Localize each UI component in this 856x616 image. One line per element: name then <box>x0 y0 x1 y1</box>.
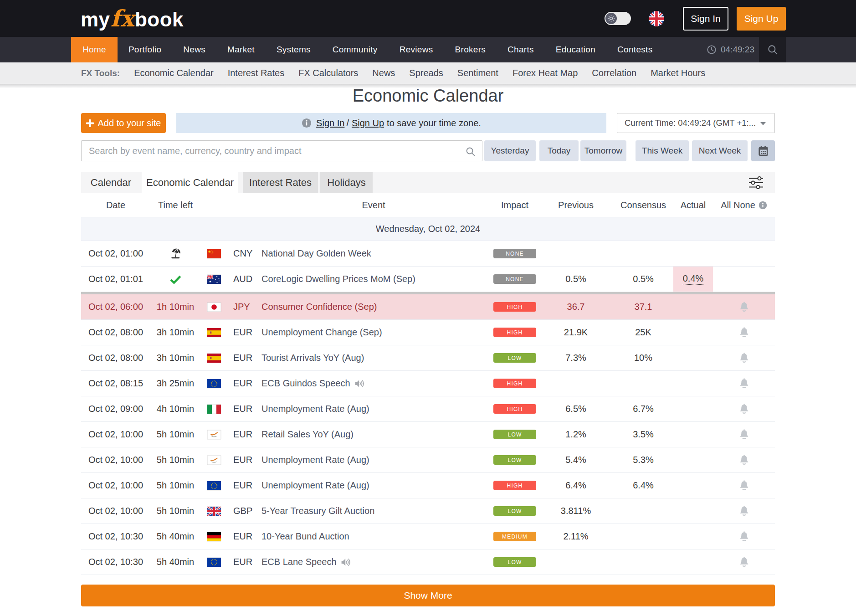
event-date: Oct 02, 10:00 <box>81 447 150 472</box>
event-row[interactable]: Oct 02, 10:305h 40minEUR10-Year Bund Auc… <box>81 524 775 549</box>
fx-tool-correlation[interactable]: Correlation <box>592 68 636 78</box>
theme-toggle[interactable] <box>605 12 631 25</box>
event-name[interactable]: 5-Year Treasury Gilt Auction <box>256 506 374 516</box>
calendar-picker-button[interactable] <box>751 140 775 161</box>
event-name[interactable]: National Day Golden Week <box>256 248 371 259</box>
fx-tool-market-hours[interactable]: Market Hours <box>651 68 705 78</box>
search-icon[interactable] <box>465 146 476 157</box>
nav-item-news[interactable]: News <box>172 37 216 62</box>
event-row[interactable]: Oct 02, 10:005h 10minGBP5-Year Treasury … <box>81 498 775 524</box>
nav-item-market[interactable]: Market <box>216 37 266 62</box>
event-time-left: 1h 10min <box>150 294 200 319</box>
fx-tool-interest-rates[interactable]: Interest Rates <box>228 68 285 78</box>
bell-icon[interactable] <box>739 454 749 466</box>
fx-tool-forex-heat-map[interactable]: Forex Heat Map <box>513 68 578 78</box>
event-name[interactable]: CoreLogic Dwelling Prices MoM (Sep) <box>256 274 415 284</box>
event-search-input[interactable] <box>82 141 482 161</box>
bell-icon[interactable] <box>739 327 749 339</box>
sign-in-button[interactable]: Sign In <box>683 7 728 31</box>
tab-holidays[interactable]: Holidays <box>320 172 373 193</box>
fx-tool-fx-calculators[interactable]: FX Calculators <box>298 68 358 78</box>
actual-value[interactable]: 0.4% <box>683 273 704 285</box>
tab-economic-calendar[interactable]: Economic Calendar <box>142 172 238 193</box>
nav-search-button[interactable] <box>759 37 786 62</box>
range-button-next-week[interactable]: Next Week <box>692 140 748 161</box>
logo-my: my <box>81 8 110 31</box>
event-name[interactable]: Retail Sales YoY (Aug) <box>256 429 354 440</box>
event-consensus: 0.5% <box>613 267 673 292</box>
bell-icon[interactable] <box>739 531 749 543</box>
event-name[interactable]: Unemployment Rate (Aug) <box>256 404 369 414</box>
event-name[interactable]: Unemployment Rate (Aug) <box>256 480 369 491</box>
event-row[interactable]: Oct 02, 08:003h 10minEURTourist Arrivals… <box>81 345 775 371</box>
nav-item-contests[interactable]: Contests <box>606 37 663 62</box>
event-actual <box>673 549 713 575</box>
nav-item-systems[interactable]: Systems <box>266 37 322 62</box>
bell-icon[interactable] <box>739 378 749 390</box>
tab-calendar[interactable]: Calendar <box>85 172 137 193</box>
event-row[interactable]: Oct 02, 10:005h 10minEURRetail Sales YoY… <box>81 422 775 447</box>
event-name[interactable]: ECB Guindos Speech <box>256 378 364 389</box>
event-time-left: 5h 10min <box>150 447 200 472</box>
nav-item-portfolio[interactable]: Portfolio <box>118 37 172 62</box>
event-cell: 5-Year Treasury Gilt Auction <box>256 498 491 524</box>
fx-tool-news[interactable]: News <box>372 68 395 78</box>
timezone-select[interactable]: Current Time: 04:49:24 (GMT +1:... <box>617 113 775 133</box>
event-country-currency: EUR <box>200 345 256 370</box>
event-consensus: 3.5% <box>613 422 673 447</box>
sign-up-button[interactable]: Sign Up <box>737 7 786 31</box>
bell-icon[interactable] <box>739 352 749 364</box>
bell-icon[interactable] <box>739 505 749 517</box>
range-button-yesterday[interactable]: Yesterday <box>484 140 536 161</box>
event-date: Oct 02, 09:00 <box>81 396 150 421</box>
event-row[interactable]: Oct 02, 08:003h 10minEURUnemployment Cha… <box>81 320 775 345</box>
event-row[interactable]: Oct 02, 01:01AUDCoreLogic Dwelling Price… <box>81 267 775 292</box>
impact-badge: NONE <box>493 274 536 284</box>
tab-interest-rates[interactable]: Interest Rates <box>243 172 318 193</box>
bell-icon[interactable] <box>739 556 749 568</box>
event-row[interactable]: Oct 02, 08:153h 25minEURECB Guindos Spee… <box>81 371 775 396</box>
nav-item-brokers[interactable]: Brokers <box>444 37 497 62</box>
range-button-this-week[interactable]: This Week <box>636 140 689 161</box>
nav-item-reviews[interactable]: Reviews <box>389 37 444 62</box>
fx-tool-economic-calendar[interactable]: Economic Calendar <box>134 68 214 78</box>
event-row[interactable]: Oct 02, 10:305h 40minEURECB Lane SpeechL… <box>81 549 775 575</box>
event-name[interactable]: Tourist Arrivals YoY (Aug) <box>256 353 364 363</box>
language-flag-uk-icon[interactable] <box>649 11 664 26</box>
currency-code: EUR <box>233 327 252 338</box>
event-row[interactable]: Oct 02, 10:005h 10minEURUnemployment Rat… <box>81 473 775 498</box>
nav-item-charts[interactable]: Charts <box>497 37 545 62</box>
event-name[interactable]: Consumer Confidence (Sep) <box>256 302 377 312</box>
nav-item-community[interactable]: Community <box>322 37 389 62</box>
event-consensus <box>613 371 673 396</box>
filter-button[interactable] <box>748 176 764 191</box>
all-none-link[interactable]: All None <box>721 200 755 210</box>
event-time-left: 3h 25min <box>150 371 200 396</box>
event-name[interactable]: 10-Year Bund Auction <box>256 531 349 542</box>
event-name[interactable]: Unemployment Change (Sep) <box>256 327 382 338</box>
event-row[interactable]: Oct 02, 10:005h 10minEURUnemployment Rat… <box>81 447 775 473</box>
info-icon[interactable] <box>759 201 767 210</box>
banner-sign-in-link[interactable]: Sign In <box>316 118 344 128</box>
bell-icon[interactable] <box>739 429 749 441</box>
event-row[interactable]: Oct 02, 01:00CNYNational Day Golden Week… <box>81 241 775 267</box>
nav-item-education[interactable]: Education <box>545 37 606 62</box>
bell-icon[interactable] <box>739 403 749 415</box>
event-row[interactable]: Oct 02, 09:004h 10minEURUnemployment Rat… <box>81 396 775 422</box>
event-name[interactable]: ECB Lane Speech <box>256 557 350 567</box>
myfxbook-logo[interactable]: myfxbook <box>81 5 184 32</box>
nav-item-home[interactable]: Home <box>71 37 118 62</box>
event-row[interactable]: Oct 02, 06:001h 10minJPYConsumer Confide… <box>81 292 775 320</box>
fx-tool-sentiment[interactable]: Sentiment <box>457 68 498 78</box>
event-name[interactable]: Unemployment Rate (Aug) <box>256 455 369 465</box>
header-previous: Previous <box>538 200 613 210</box>
add-to-your-site-button[interactable]: Add to your site <box>81 113 166 133</box>
show-more-button[interactable]: Show More <box>81 585 775 606</box>
range-button-tomorrow[interactable]: Tomorrow <box>580 140 626 161</box>
bell-icon[interactable] <box>739 480 749 492</box>
fx-tool-spreads[interactable]: Spreads <box>409 68 443 78</box>
clock-icon <box>707 45 717 55</box>
banner-sign-up-link[interactable]: Sign Up <box>352 118 384 128</box>
range-button-today[interactable]: Today <box>539 140 579 161</box>
bell-icon[interactable] <box>739 301 749 313</box>
